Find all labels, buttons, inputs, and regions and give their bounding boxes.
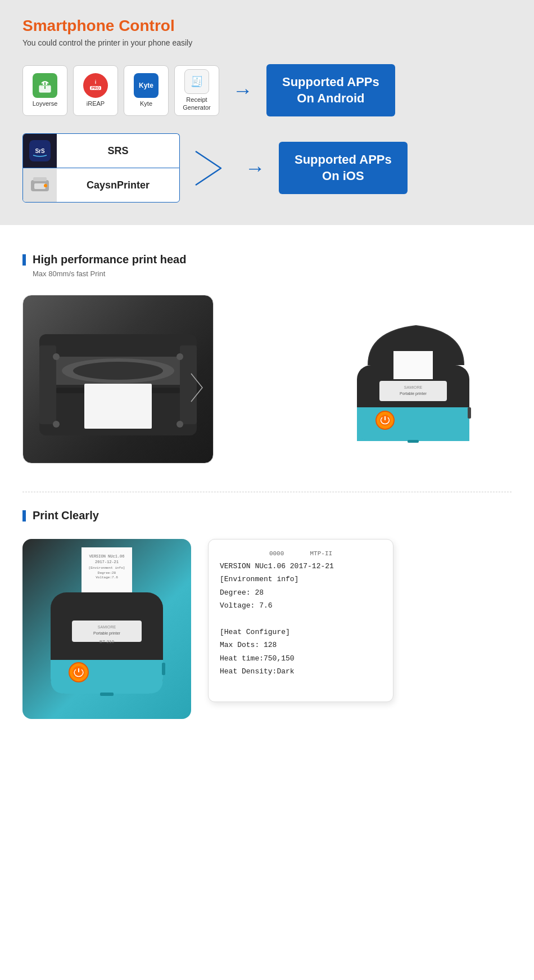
app-icon-kyte: Kyte Kyte bbox=[124, 65, 169, 116]
print-head-title: High performance print head bbox=[22, 253, 512, 266]
svg-text:BT-210: BT-210 bbox=[99, 639, 114, 644]
supported-android-badge: Supported APPs On Android bbox=[266, 64, 395, 116]
print-head-section: High performance print head Max 80mm/s f… bbox=[0, 225, 534, 480]
svg-rect-46 bbox=[162, 663, 165, 675]
svg-point-19 bbox=[53, 353, 60, 360]
print-head-title-text: High performance print head bbox=[33, 253, 186, 266]
android-apps-group: Loyverse iPRO iREAP Kyte Kyte 🧾 bbox=[22, 65, 219, 116]
kyte-icon: Kyte bbox=[134, 73, 159, 98]
svg-point-14 bbox=[73, 362, 163, 380]
receipt-line-3: Voltage: 7.6 bbox=[220, 599, 382, 612]
printer-side-image: SAMIORE Portable printer bbox=[320, 295, 512, 464]
svg-rect-18 bbox=[84, 384, 152, 429]
section-title: Smartphone Control bbox=[22, 17, 512, 35]
svg-text:VERSION NUc1.06: VERSION NUc1.06 bbox=[89, 554, 124, 559]
ios-row: SrS SRS bbox=[22, 133, 512, 203]
android-row: Loyverse iPRO iREAP Kyte Kyte 🧾 bbox=[22, 64, 512, 116]
supported-ios-label: Supported APPs On iOS bbox=[295, 152, 392, 183]
srs-app-name: SRS bbox=[57, 140, 179, 163]
svg-rect-27 bbox=[379, 381, 447, 401]
svg-text:SrS: SrS bbox=[35, 148, 45, 154]
kyte-label: Kyte bbox=[140, 100, 152, 107]
svg-point-22 bbox=[177, 421, 183, 428]
svg-text:SAMIORE: SAMIORE bbox=[98, 625, 116, 629]
loyverse-icon bbox=[33, 73, 57, 98]
ios-apps-stack: SrS SRS bbox=[22, 133, 180, 203]
receipt-line-6: Heat time:750,150 bbox=[220, 652, 382, 665]
smartphone-section: Smartphone Control You could control the… bbox=[0, 0, 534, 225]
print-clearly-title: Print Clearly bbox=[22, 509, 512, 522]
ios-chevron-shape bbox=[190, 146, 229, 191]
receipt-icon: 🧾 bbox=[184, 69, 209, 94]
app-icon-loyverse: Loyverse bbox=[22, 65, 67, 116]
app-icon-receipt: 🧾 ReceiptGenerator bbox=[174, 65, 219, 116]
ios-app-srs: SrS SRS bbox=[22, 133, 180, 168]
receipt-line-header: VERSION NUc1.06 2017-12-21 bbox=[220, 560, 382, 573]
printer-angle-image: VERSION NUc1.06 2017-12-21 [Environment … bbox=[22, 539, 191, 719]
srs-icon: SrS bbox=[29, 140, 51, 161]
supported-android-label: Supported APPs On Android bbox=[282, 75, 379, 105]
caysnprinter-icon bbox=[28, 175, 52, 195]
receipt-label: ReceiptGenerator bbox=[183, 96, 211, 111]
svg-point-20 bbox=[177, 353, 183, 360]
print-head-closeup-image bbox=[22, 295, 214, 464]
svg-text:Voltage:7.6: Voltage:7.6 bbox=[96, 576, 118, 579]
svg-text:Degree:28: Degree:28 bbox=[98, 571, 116, 575]
receipt-line-2: Degree: 28 bbox=[220, 586, 382, 599]
svg-rect-9 bbox=[33, 177, 47, 181]
receipt-line-4: [Heat Configure] bbox=[220, 626, 382, 639]
ireap-icon: iPRO bbox=[83, 73, 108, 98]
svg-text:2017-12-21: 2017-12-21 bbox=[95, 560, 119, 564]
svg-text:SAMIORE: SAMIORE bbox=[404, 385, 423, 389]
print-head-subtitle: Max 80mm/s fast Print bbox=[33, 269, 512, 278]
caysnprinter-app-name: CaysnPrinter bbox=[57, 174, 179, 197]
receipt-paper-image: 0000 MTP-II VERSION NUc1.06 2017-12-21 [… bbox=[208, 539, 393, 702]
svg-text:Portable printer: Portable printer bbox=[93, 631, 121, 636]
receipt-line-7: Heat Density:Dark bbox=[220, 665, 382, 678]
print-clearly-title-text: Print Clearly bbox=[33, 509, 99, 522]
section-subtitle: You could control the printer in your ph… bbox=[22, 38, 512, 47]
print-images-row: SAMIORE Portable printer bbox=[22, 295, 512, 464]
svg-rect-8 bbox=[34, 183, 46, 189]
svg-text:Portable printer: Portable printer bbox=[400, 392, 427, 396]
svg-point-21 bbox=[53, 421, 60, 428]
svg-rect-32 bbox=[468, 407, 471, 419]
srs-icon-box: SrS bbox=[23, 134, 57, 168]
section-divider bbox=[22, 492, 512, 492]
svg-rect-33 bbox=[408, 440, 419, 443]
svg-rect-26 bbox=[393, 351, 433, 379]
print-clearly-section: Print Clearly VERSION NUc1.06 2017-12-21… bbox=[0, 504, 534, 747]
svg-point-10 bbox=[44, 184, 47, 187]
receipt-line-0: 0000 MTP-II bbox=[220, 549, 382, 560]
caysnprinter-icon-box bbox=[23, 168, 57, 202]
app-icon-ireap: iPRO iREAP bbox=[73, 65, 118, 116]
receipt-line-1: [Environment info] bbox=[220, 573, 382, 586]
svg-text:[Environment info]: [Environment info] bbox=[89, 566, 125, 570]
loyverse-label: Loyverse bbox=[33, 100, 58, 107]
ireap-label: iREAP bbox=[87, 100, 105, 107]
receipt-text: 0000 MTP-II VERSION NUc1.06 2017-12-21 [… bbox=[220, 549, 382, 678]
android-arrow: → bbox=[233, 79, 253, 102]
receipt-line-5: Max Dots: 128 bbox=[220, 639, 382, 651]
ios-arrow: → bbox=[245, 156, 265, 180]
supported-ios-badge: Supported APPs On iOS bbox=[279, 142, 408, 194]
svg-rect-47 bbox=[100, 693, 114, 696]
clearly-images-row: VERSION NUc1.06 2017-12-21 [Environment … bbox=[22, 539, 512, 719]
ios-app-caysnprinter: CaysnPrinter bbox=[22, 168, 180, 203]
